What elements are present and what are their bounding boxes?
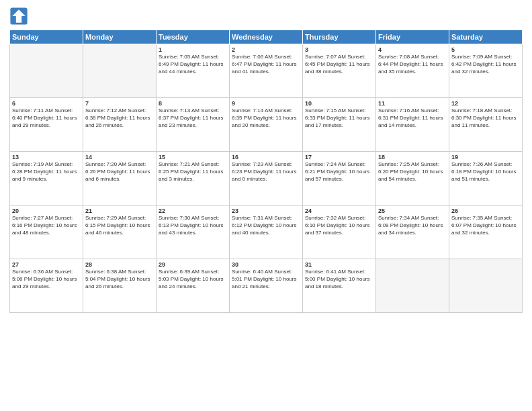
day-number: 6	[12, 100, 81, 107]
day-info: Sunrise: 7:31 AM Sunset: 6:12 PM Dayligh…	[232, 215, 300, 236]
day-info: Sunrise: 7:26 AM Sunset: 6:18 PM Dayligh…	[451, 161, 520, 183]
day-info: Sunrise: 7:25 AM Sunset: 6:20 PM Dayligh…	[378, 161, 447, 183]
calendar-cell: 18Sunrise: 7:25 AM Sunset: 6:20 PM Dayli…	[376, 152, 449, 205]
day-number: 2	[232, 46, 300, 53]
calendar-cell: 10Sunrise: 7:15 AM Sunset: 6:33 PM Dayli…	[303, 98, 376, 152]
day-number: 21	[85, 208, 154, 214]
calendar-cell: 22Sunrise: 7:30 AM Sunset: 6:13 PM Dayli…	[157, 205, 230, 259]
calendar-cell: 12Sunrise: 7:18 AM Sunset: 6:30 PM Dayli…	[449, 98, 523, 152]
week-row-1: 6Sunrise: 7:11 AM Sunset: 6:40 PM Daylig…	[10, 98, 523, 152]
day-info: Sunrise: 7:16 AM Sunset: 6:31 PM Dayligh…	[378, 107, 447, 129]
day-number: 16	[232, 154, 300, 161]
day-info: Sunrise: 6:41 AM Sunset: 5:00 PM Dayligh…	[305, 269, 373, 290]
day-info: Sunrise: 7:21 AM Sunset: 6:25 PM Dayligh…	[159, 161, 227, 183]
day-info: Sunrise: 7:30 AM Sunset: 6:13 PM Dayligh…	[159, 215, 227, 236]
day-number: 20	[12, 208, 81, 214]
day-number: 25	[378, 208, 447, 214]
day-number: 8	[159, 100, 227, 107]
day-info: Sunrise: 7:18 AM Sunset: 6:30 PM Dayligh…	[451, 107, 520, 129]
calendar-cell: 3Sunrise: 7:07 AM Sunset: 6:45 PM Daylig…	[303, 44, 376, 98]
week-row-4: 27Sunrise: 6:36 AM Sunset: 5:06 PM Dayli…	[10, 259, 523, 313]
calendar-table: SundayMondayTuesdayWednesdayThursdayFrid…	[9, 30, 523, 313]
day-info: Sunrise: 7:08 AM Sunset: 6:44 PM Dayligh…	[378, 54, 447, 75]
day-info: Sunrise: 7:07 AM Sunset: 6:45 PM Dayligh…	[305, 54, 373, 75]
calendar-cell: 30Sunrise: 6:40 AM Sunset: 5:01 PM Dayli…	[230, 259, 303, 313]
calendar-cell: 17Sunrise: 7:24 AM Sunset: 6:21 PM Dayli…	[303, 152, 376, 205]
calendar-cell	[449, 259, 523, 313]
day-number: 5	[451, 46, 520, 53]
calendar-cell	[83, 44, 157, 98]
calendar-cell: 13Sunrise: 7:19 AM Sunset: 6:28 PM Dayli…	[10, 152, 83, 205]
day-info: Sunrise: 7:24 AM Sunset: 6:21 PM Dayligh…	[305, 161, 373, 183]
day-info: Sunrise: 7:13 AM Sunset: 6:37 PM Dayligh…	[159, 107, 227, 129]
calendar-cell: 4Sunrise: 7:08 AM Sunset: 6:44 PM Daylig…	[376, 44, 449, 98]
day-number: 29	[159, 261, 227, 268]
day-info: Sunrise: 7:27 AM Sunset: 6:16 PM Dayligh…	[12, 215, 81, 236]
day-info: Sunrise: 7:35 AM Sunset: 6:07 PM Dayligh…	[451, 215, 520, 236]
day-info: Sunrise: 7:11 AM Sunset: 6:40 PM Dayligh…	[12, 107, 81, 129]
calendar-cell: 16Sunrise: 7:23 AM Sunset: 6:23 PM Dayli…	[230, 152, 303, 205]
day-number: 26	[451, 208, 520, 214]
calendar-cell: 31Sunrise: 6:41 AM Sunset: 5:00 PM Dayli…	[303, 259, 376, 313]
header-thursday: Thursday	[303, 30, 376, 44]
calendar-cell: 24Sunrise: 7:32 AM Sunset: 6:10 PM Dayli…	[303, 205, 376, 259]
day-info: Sunrise: 6:39 AM Sunset: 5:03 PM Dayligh…	[159, 269, 227, 290]
day-number: 23	[232, 208, 300, 214]
calendar-cell: 15Sunrise: 7:21 AM Sunset: 6:25 PM Dayli…	[157, 152, 230, 205]
calendar-cell: 6Sunrise: 7:11 AM Sunset: 6:40 PM Daylig…	[10, 98, 83, 152]
day-info: Sunrise: 7:29 AM Sunset: 6:15 PM Dayligh…	[85, 215, 154, 236]
day-info: Sunrise: 7:06 AM Sunset: 6:47 PM Dayligh…	[232, 54, 300, 75]
day-number: 9	[232, 100, 300, 107]
day-info: Sunrise: 6:36 AM Sunset: 5:06 PM Dayligh…	[12, 269, 81, 290]
day-info: Sunrise: 7:14 AM Sunset: 6:35 PM Dayligh…	[232, 107, 300, 129]
day-info: Sunrise: 7:32 AM Sunset: 6:10 PM Dayligh…	[305, 215, 373, 236]
calendar-cell: 20Sunrise: 7:27 AM Sunset: 6:16 PM Dayli…	[10, 205, 83, 259]
day-number: 17	[305, 154, 373, 161]
day-info: Sunrise: 6:38 AM Sunset: 5:04 PM Dayligh…	[85, 269, 154, 290]
day-info: Sunrise: 7:05 AM Sunset: 6:49 PM Dayligh…	[159, 54, 227, 75]
day-number: 30	[232, 261, 300, 268]
day-number: 10	[305, 100, 373, 107]
calendar-cell: 11Sunrise: 7:16 AM Sunset: 6:31 PM Dayli…	[376, 98, 449, 152]
calendar-cell: 21Sunrise: 7:29 AM Sunset: 6:15 PM Dayli…	[83, 205, 157, 259]
header-saturday: Saturday	[449, 30, 523, 44]
day-info: Sunrise: 7:19 AM Sunset: 6:28 PM Dayligh…	[12, 161, 81, 183]
calendar-cell: 28Sunrise: 6:38 AM Sunset: 5:04 PM Dayli…	[83, 259, 157, 313]
calendar-cell: 9Sunrise: 7:14 AM Sunset: 6:35 PM Daylig…	[230, 98, 303, 152]
week-row-3: 20Sunrise: 7:27 AM Sunset: 6:16 PM Dayli…	[10, 205, 523, 259]
calendar-cell: 27Sunrise: 6:36 AM Sunset: 5:06 PM Dayli…	[10, 259, 83, 313]
calendar-cell: 19Sunrise: 7:26 AM Sunset: 6:18 PM Dayli…	[449, 152, 523, 205]
calendar-cell: 14Sunrise: 7:20 AM Sunset: 6:26 PM Dayli…	[83, 152, 157, 205]
day-info: Sunrise: 7:12 AM Sunset: 6:38 PM Dayligh…	[85, 107, 154, 129]
day-number: 1	[159, 46, 227, 53]
calendar-cell: 26Sunrise: 7:35 AM Sunset: 6:07 PM Dayli…	[449, 205, 523, 259]
day-number: 18	[378, 154, 447, 161]
day-number: 3	[305, 46, 373, 53]
day-info: Sunrise: 7:20 AM Sunset: 6:26 PM Dayligh…	[85, 161, 154, 183]
header-tuesday: Tuesday	[157, 30, 230, 44]
day-number: 31	[305, 261, 373, 268]
calendar-cell: 25Sunrise: 7:34 AM Sunset: 6:09 PM Dayli…	[376, 205, 449, 259]
calendar-cell: 7Sunrise: 7:12 AM Sunset: 6:38 PM Daylig…	[83, 98, 157, 152]
calendar-cell: 8Sunrise: 7:13 AM Sunset: 6:37 PM Daylig…	[157, 98, 230, 152]
calendar-header-row: SundayMondayTuesdayWednesdayThursdayFrid…	[10, 30, 523, 44]
calendar-cell: 1Sunrise: 7:05 AM Sunset: 6:49 PM Daylig…	[157, 44, 230, 98]
logo	[9, 7, 31, 26]
day-info: Sunrise: 7:34 AM Sunset: 6:09 PM Dayligh…	[378, 215, 447, 236]
page: SundayMondayTuesdayWednesdayThursdayFrid…	[0, 0, 532, 411]
header-friday: Friday	[376, 30, 449, 44]
calendar-cell: 29Sunrise: 6:39 AM Sunset: 5:03 PM Dayli…	[157, 259, 230, 313]
day-info: Sunrise: 7:23 AM Sunset: 6:23 PM Dayligh…	[232, 161, 300, 183]
header-wednesday: Wednesday	[230, 30, 303, 44]
week-row-0: 1Sunrise: 7:05 AM Sunset: 6:49 PM Daylig…	[10, 44, 523, 98]
day-number: 7	[85, 100, 154, 107]
day-info: Sunrise: 6:40 AM Sunset: 5:01 PM Dayligh…	[232, 269, 300, 290]
day-number: 24	[305, 208, 373, 214]
week-row-2: 13Sunrise: 7:19 AM Sunset: 6:28 PM Dayli…	[10, 152, 523, 205]
calendar-cell: 2Sunrise: 7:06 AM Sunset: 6:47 PM Daylig…	[230, 44, 303, 98]
day-number: 28	[85, 261, 154, 268]
calendar-cell: 23Sunrise: 7:31 AM Sunset: 6:12 PM Dayli…	[230, 205, 303, 259]
header	[9, 7, 523, 26]
day-info: Sunrise: 7:15 AM Sunset: 6:33 PM Dayligh…	[305, 107, 373, 129]
day-info: Sunrise: 7:09 AM Sunset: 6:42 PM Dayligh…	[451, 54, 520, 75]
